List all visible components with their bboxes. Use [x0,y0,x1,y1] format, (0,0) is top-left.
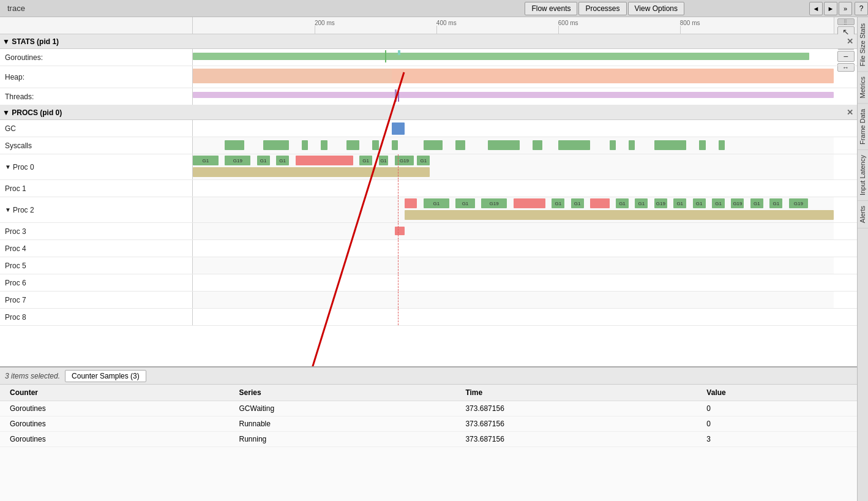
table-row[interactable]: GoroutinesGCWaiting373.6871560 [0,401,857,416]
ruler-line [315,26,315,34]
nav-left-button[interactable]: ◄ [809,2,823,15]
procs-section-header: ▼ PROCS (pid 0) ✕ [0,105,857,120]
series-cell: Running [230,432,456,447]
heap-row: Heap: [0,66,857,88]
input-latency-tab[interactable]: Input Latency [858,150,868,201]
stats-close-button[interactable]: ✕ [847,37,853,46]
alerts-tab[interactable]: Alerts [858,201,868,228]
proc4-content[interactable] [193,240,834,257]
selection-info: 3 items selected. [5,372,60,380]
time-cell: 373.687156 [455,432,697,447]
series-cell: GCWaiting [230,401,456,416]
syscalls-row: Syscalls [0,137,857,154]
nav-right-button[interactable]: ► [824,2,837,15]
proc2-row: ▼ Proc 2 G1 G1 G19 G1 G1 G1 G1 [0,197,857,223]
gc-label: GC [0,120,193,137]
proc0-content[interactable]: G1 G19 G1 G1 G1 G1 G19 G1 [193,154,834,179]
proc3-label: Proc 3 [0,223,193,239]
data-table: Counter Series Time Value GoroutinesGCWa… [0,385,857,447]
time-column-header: Time [455,385,697,401]
proc1-row: Proc 1 [0,180,857,197]
counter-cell: Goroutines [0,416,230,432]
stats-section-label: ▼ STATS (pid 1) [2,37,59,46]
procs-close-button[interactable]: ✕ [847,108,853,117]
procs-section-label: ▼ PROCS (pid 0) [2,108,62,117]
table-row[interactable]: GoroutinesRunnable373.6871560 [0,416,857,432]
counter-cell: Goroutines [0,432,230,447]
main-layout: 200 ms400 ms600 ms800 ms ⣿ ↖ + − ↔ ▼ STA… [0,17,868,501]
zoom-controls: ⣿ ↖ + − ↔ [834,17,857,34]
view-options-button[interactable]: View Options [628,2,684,15]
goroutines-label: Goroutines: [0,49,193,66]
zoom-drag-handle[interactable]: ⣿ [837,18,855,25]
proc4-row: Proc 4 [0,240,857,257]
nav-expand-button[interactable]: » [839,2,852,15]
value-cell: 0 [697,416,857,432]
counter-cell: Goroutines [0,401,230,416]
right-sidebar: File Size Stats Metrics Frame Data Input… [857,17,868,501]
proc3-content[interactable] [193,223,834,239]
goroutines-content[interactable] [193,49,834,66]
counter-column-header: Counter [0,385,230,401]
proc5-content[interactable] [193,257,834,274]
proc7-row: Proc 7 [0,292,857,309]
syscalls-content[interactable] [193,137,834,154]
ruler-line [558,26,559,34]
proc5-row: Proc 5 [0,257,857,274]
proc8-label: Proc 8 [0,309,193,325]
file-size-stats-tab[interactable]: File Size Stats [858,18,868,72]
timeline-ruler: 200 ms400 ms600 ms800 ms [193,17,834,34]
ruler-mark: 200 ms [315,17,335,26]
help-button[interactable]: ? [855,2,868,15]
stats-section-header: ▼ STATS (pid 1) ✕ [0,34,857,49]
proc0-triangle[interactable]: ▼ [5,164,11,170]
drag-dots-icon: ⣿ [844,19,848,24]
value-column-header: Value [697,385,857,401]
proc6-content[interactable] [193,274,834,291]
value-cell: 0 [697,401,857,416]
threads-row: Threads: [0,88,857,105]
trace-panel: 200 ms400 ms600 ms800 ms ⣿ ↖ + − ↔ ▼ STA… [0,17,857,366]
threads-label: Threads: [0,88,193,105]
ruler-mark: 400 ms [436,17,457,26]
timeline-header: 200 ms400 ms600 ms800 ms ⣿ ↖ + − ↔ [0,17,857,34]
table-body: GoroutinesGCWaiting373.6871560Goroutines… [0,401,857,447]
proc8-content[interactable] [193,309,834,325]
counter-samples-tab[interactable]: Counter Samples (3) [65,370,146,382]
rows-container: ▼ STATS (pid 1) ✕ Goroutines: [0,34,857,366]
heap-content[interactable] [193,66,834,88]
ruler-mark: 800 ms [680,17,700,26]
table-header: Counter Series Time Value [0,385,857,401]
table-row[interactable]: GoroutinesRunning373.6871563 [0,432,857,447]
proc0-label: ▼ Proc 0 [0,154,193,179]
gc-row: GC [0,120,857,137]
goroutines-row: Goroutines: [0,49,857,66]
proc1-content[interactable] [193,180,834,197]
gc-content[interactable] [193,120,834,137]
proc6-label: Proc 6 [0,274,193,291]
bottom-tabs: 3 items selected. Counter Samples (3) [0,367,857,385]
time-cell: 373.687156 [455,416,697,432]
proc7-label: Proc 7 [0,292,193,308]
proc5-label: Proc 5 [0,257,193,274]
series-column-header: Series [230,385,456,401]
proc1-label: Proc 1 [0,180,193,197]
proc3-row: Proc 3 [0,223,857,240]
proc2-content[interactable]: G1 G1 G19 G1 G1 G1 G1 G19 G1 G1 G1 G19 [193,197,834,222]
ruler-line [436,26,437,34]
proc7-content[interactable] [193,292,834,308]
processes-button[interactable]: Processes [578,2,626,15]
time-cell: 373.687156 [455,401,697,416]
proc2-triangle[interactable]: ▼ [5,206,11,213]
threads-content[interactable] [193,88,834,105]
value-cell: 3 [697,432,857,447]
frame-data-tab[interactable]: Frame Data [858,104,868,150]
metrics-tab[interactable]: Metrics [858,72,868,104]
app-title: trace [0,4,32,13]
top-bar: trace Flow events Processes View Options… [0,0,868,17]
proc6-row: Proc 6 [0,274,857,292]
proc2-label: ▼ Proc 2 [0,197,193,222]
bottom-panel: 3 items selected. Counter Samples (3) Co… [0,366,857,501]
flow-events-button[interactable]: Flow events [525,2,577,15]
ruler-line [680,26,681,34]
